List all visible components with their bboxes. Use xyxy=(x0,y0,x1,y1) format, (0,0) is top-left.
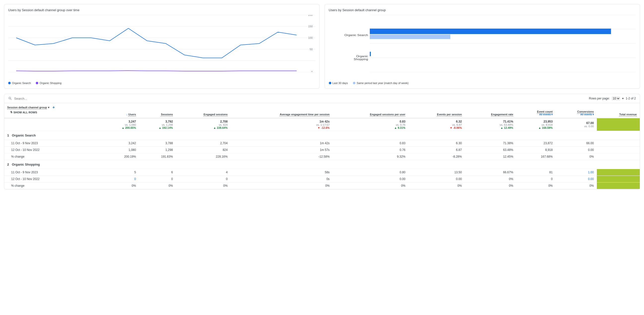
os-avg-2: 1m 57s xyxy=(230,147,332,153)
osh-er-2: 0% xyxy=(465,176,516,182)
osh-er-1: 66.67% xyxy=(465,169,516,176)
svg-text:Shopping: Shopping xyxy=(354,58,368,61)
osh-epu-ch: 0% xyxy=(332,182,408,189)
os-eps-1: 6.30 xyxy=(408,140,465,147)
legend-organic-shopping-label: Organic Shopping xyxy=(40,82,61,85)
bar-chart-container: Users by Session default channel group O… xyxy=(324,4,640,89)
group-header-organic-search: 1 Organic Search xyxy=(4,131,640,140)
summary-engaged-per-user: 0.83 vs. 0.76 ▲ 9.31% xyxy=(332,118,408,131)
osh-conv-1: 1.00 xyxy=(556,169,597,176)
sort-desc-icon: ↓ xyxy=(126,113,128,116)
col-header-avg-engagement[interactable]: Average engagement time per session xyxy=(230,103,332,118)
table-row: % change 0% 0% 0% 0% 0% 0% 0% 0% 0% xyxy=(4,182,640,189)
osh-rev-1 xyxy=(597,169,640,176)
search-input[interactable] xyxy=(14,97,89,100)
os-ec-2: 8,918 xyxy=(516,147,556,153)
show-all-rows-toggle[interactable]: ⇅ SHOW ALL ROWS xyxy=(7,110,99,116)
osh-ec-1: 81 xyxy=(516,169,556,176)
conversions-filter[interactable]: All events▾ xyxy=(580,113,594,116)
line-chart-title: Users by Session default channel group o… xyxy=(8,8,316,12)
engaged-per-user-col-label: Engaged sessions per user xyxy=(370,113,405,116)
channel-dropdown-icon[interactable]: ▾ xyxy=(48,106,50,109)
osh-rev-ch xyxy=(597,182,640,189)
col-header-sessions[interactable]: Sessions xyxy=(139,103,176,118)
os-sessions-1: 3,788 xyxy=(139,140,176,147)
charts-row: Users by Session default channel group o… xyxy=(4,4,640,89)
line-chart-container: Users by Session default channel group o… xyxy=(4,4,320,89)
svg-text:50: 50 xyxy=(310,48,313,51)
events-per-session-col-label: Events per session xyxy=(437,113,462,116)
osh-users-ch: 0% xyxy=(102,182,139,189)
show-all-rows-label: SHOW ALL ROWS xyxy=(14,111,37,114)
os-epu-ch: 9.32% xyxy=(332,153,408,160)
bar-chart-svg: Organic Search Organic Shopping 0 1K 2K … xyxy=(329,15,636,72)
os-sessions-ch: 191.83% xyxy=(139,153,176,160)
event-count-filter[interactable]: All events▾ xyxy=(539,113,552,116)
users-col-label: Users xyxy=(128,113,136,116)
organic-search-date1: 11 Oct - 9 Nov 2023 xyxy=(4,140,102,147)
sessions-col-label: Sessions xyxy=(161,113,173,116)
rows-per-page-select[interactable]: 10 25 50 xyxy=(612,97,620,100)
conversions-col-label: Conversions xyxy=(577,110,594,113)
line-chart-area: 200 150 100 50 0 11 13 xyxy=(8,15,316,80)
col-header-total-revenue[interactable]: Total revenue xyxy=(597,103,640,118)
svg-text:200: 200 xyxy=(308,15,313,17)
os-conv-2: 0.00 xyxy=(556,147,597,153)
os-ec-1: 23,872 xyxy=(516,140,556,147)
pagination-text: 1-2 of 2 xyxy=(626,97,636,100)
table-row: 12 Oct - 10 Nov 2022 1,080 1,298 824 1m … xyxy=(4,147,640,153)
legend-organic-search: Organic Search xyxy=(8,82,31,85)
col-header-channel[interactable]: Session default channel group ▾ + ⇅ SHOW… xyxy=(4,103,102,118)
col-header-engaged-per-user[interactable]: Engaged sessions per user xyxy=(332,103,408,118)
group-label-organic-search: 1 Organic Search xyxy=(4,131,640,140)
osh-users-1: 5 xyxy=(102,169,139,176)
osh-conv-ch: 0% xyxy=(556,182,597,189)
os-ec-ch: 167.68% xyxy=(516,153,556,160)
col-header-event-count[interactable]: Event count All events▾ xyxy=(516,103,556,118)
os-users-2: 1,080 xyxy=(102,147,139,153)
osh-eps-2: 0.00 xyxy=(408,176,465,182)
osh-eps-ch: 0% xyxy=(408,182,465,189)
group-header-organic-shopping: 2 Organic Shopping xyxy=(4,160,640,169)
avg-engagement-col-label: Average engagement time per session xyxy=(280,113,330,116)
os-eps-2: 6.87 xyxy=(408,147,465,153)
osh-sessions-1: 6 xyxy=(139,169,176,176)
os-avg-ch: -12.58% xyxy=(230,153,332,160)
summary-event-count: 23,953 vs. 8,918 ▲ 168.59% xyxy=(516,118,556,131)
col-header-users[interactable]: ↓ Users xyxy=(102,103,139,118)
bar-chart-area: Organic Search Organic Shopping 0 1K 2K … xyxy=(329,15,636,80)
osh-users-2: 0 xyxy=(102,176,139,182)
os-er-2: 63.48% xyxy=(465,147,516,153)
os-epu-2: 0.76 xyxy=(332,147,408,153)
organic-search-date2: 12 Oct - 10 Nov 2022 xyxy=(4,147,102,153)
legend-last-30-days: Last 30 days xyxy=(329,82,348,85)
summary-engaged-sessions: 2,708 vs. 824 ▲ 228.64% xyxy=(176,118,230,131)
add-column-button[interactable]: + xyxy=(52,105,55,110)
os-users-1: 3,242 xyxy=(102,140,139,147)
summary-channel xyxy=(4,118,102,131)
osh-epu-1: 0.80 xyxy=(332,169,408,176)
rows-per-page-label: Rows per page: xyxy=(589,97,610,100)
search-box[interactable] xyxy=(8,97,89,100)
summary-engagement-rate: 71.41% vs. 63.48% ▲ 12.49% xyxy=(465,118,516,131)
summary-users: 3,247 vs. 1,080 ▲ 200.65% xyxy=(102,118,139,131)
col-header-engagement-rate[interactable]: Engagement rate xyxy=(465,103,516,118)
table-row: 11 Oct - 9 Nov 2023 5 6 4 58s 0.80 13.50… xyxy=(4,169,640,176)
organic-search-line xyxy=(16,28,296,58)
table-section: Rows per page: 10 25 50 ▾ 1-2 of 2 Sessi… xyxy=(4,94,640,189)
osh-eps-1: 13.50 xyxy=(408,169,465,176)
legend-last-30-days-dot xyxy=(329,82,331,84)
osh-er-ch: 0% xyxy=(465,182,516,189)
summary-total-revenue xyxy=(597,118,640,131)
engaged-sessions-col-label: Engaged sessions xyxy=(204,113,228,116)
search-icon xyxy=(8,97,12,100)
legend-same-period-label: Same period last year (match day of week… xyxy=(357,82,408,85)
col-header-conversions[interactable]: Conversions All events▾ xyxy=(556,103,597,118)
data-table: Session default channel group ▾ + ⇅ SHOW… xyxy=(4,103,640,189)
col-header-events-per-session[interactable]: Events per session xyxy=(408,103,465,118)
os-eps-ch: -8.28% xyxy=(408,153,465,160)
summary-conversions: 67.00 vs. 0.00 xyxy=(556,118,597,131)
osh-avg-1: 58s xyxy=(230,169,332,176)
os-conv-ch: 0% xyxy=(556,153,597,160)
col-header-engaged-sessions[interactable]: Engaged sessions xyxy=(176,103,230,118)
